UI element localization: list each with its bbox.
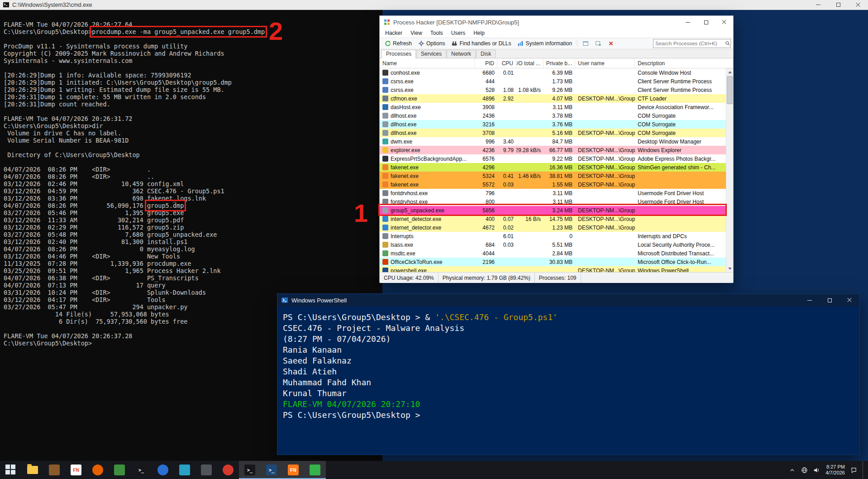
new-window-button[interactable] — [592, 39, 604, 48]
process-list-scrollbar[interactable] — [726, 68, 733, 272]
desktop: C:\Windows\System32\cmd.exe FLARE-VM Tue… — [0, 0, 868, 479]
process-pid: 5324 — [475, 172, 497, 180]
process-row[interactable]: conhost.exe66800.016.39 MBConsole Window… — [380, 68, 726, 77]
taskbar-powershell-running[interactable] — [261, 461, 282, 479]
process-row[interactable]: dwm.exe9963.4084.7 MBDesktop Window Mana… — [380, 137, 726, 146]
process-icon — [382, 173, 388, 179]
process-row[interactable]: explorer.exe42369.7929.28 kB/s66.77 MBDE… — [380, 146, 726, 154]
process-row[interactable]: msdtc.exe40442.84 MBMicrosoft Distribute… — [380, 249, 726, 258]
scroll-down-arrow-icon[interactable] — [726, 265, 733, 272]
process-icon — [382, 242, 388, 248]
process-row[interactable]: dllhost.exe37085.16 MBDESKTOP-NM...\Grou… — [380, 129, 726, 137]
ph-tab-disk[interactable]: Disk — [476, 50, 496, 58]
hidden-icons-chevron-icon[interactable] — [789, 467, 796, 474]
process-row[interactable]: csrss.exe4441.73 MBClient Server Runtime… — [380, 77, 726, 86]
ph-close-button[interactable] — [715, 16, 733, 29]
process-row[interactable]: lsass.exe6840.035.51 MBLocal Security Au… — [380, 240, 726, 249]
process-row[interactable]: fakenet.exe429616.36 MBDESKTOP-NM...\Gro… — [380, 163, 726, 172]
cmd-maximize-button[interactable] — [828, 0, 848, 10]
process-cpu — [497, 163, 516, 172]
process-row[interactable]: ExpressPrtScBackgroundApp...65769.22 MBD… — [380, 154, 726, 163]
ph-menu-tools[interactable]: Tools — [427, 29, 447, 37]
ph-tab-processes[interactable]: Processes — [382, 50, 416, 58]
ph-column-header-cpu[interactable]: CPU — [497, 58, 516, 68]
process-row[interactable]: csrss.exe5281.081.08 kB/s9.26 MBClient S… — [380, 86, 726, 94]
process-row[interactable]: OfficeClickToRun.exe219630.83 MBMicrosof… — [380, 258, 726, 266]
ph-column-header-i-o-total-[interactable]: I/O total ... — [516, 58, 544, 68]
process-row[interactable]: dasHost.exe39083.11 MBDevice Association… — [380, 103, 726, 111]
network-globe-icon[interactable] — [801, 467, 808, 474]
process-desc: Local Security Authority Proce... — [635, 240, 726, 249]
pinned-app-3-icon — [157, 465, 168, 475]
process-row[interactable]: fakenet.exe53240.411.46 kB/s38.81 MBDESK… — [380, 172, 726, 180]
ps-close-button[interactable] — [839, 294, 859, 307]
ph-menu-users[interactable]: Users — [448, 29, 469, 37]
ps-minimize-button[interactable] — [800, 294, 820, 307]
ph-menu-view[interactable]: View — [407, 29, 426, 37]
process-cpu — [497, 154, 516, 163]
ph-maximize-button[interactable] — [697, 16, 715, 29]
process-row[interactable]: powershell.exeDESKTOP-NM...\Group5Window… — [380, 266, 726, 272]
process-row[interactable]: ctfmon.exe48962.924.07 MBDESKTOP-NM...\G… — [380, 94, 726, 103]
process-name: fakenet.exe — [380, 163, 475, 172]
chart-icon — [517, 40, 524, 47]
ph-minimize-button[interactable] — [679, 16, 697, 29]
cmd-icon — [3, 1, 10, 8]
ph-column-header-description[interactable]: Description — [635, 58, 733, 68]
cmd-close-button[interactable] — [848, 0, 868, 10]
process-row[interactable]: Interrupts6.010Interrupts and DPCs — [380, 232, 726, 240]
process-desc: Microsoft Distributed Transact... — [635, 249, 726, 258]
taskbar-process-hacker-running[interactable] — [304, 461, 326, 479]
taskbar-fakenet-running[interactable]: FN — [282, 461, 304, 479]
process-search-input[interactable] — [655, 41, 725, 46]
process-row[interactable]: fakenet.exe55720.031.55 MBDESKTOP-NM...\… — [380, 180, 726, 189]
taskbar-start-button[interactable] — [0, 461, 22, 479]
powershell-output[interactable]: PS C:\Users\Group5\Desktop > & '.\CSEC.4… — [277, 307, 859, 426]
taskbar-cmd-shortcut[interactable] — [130, 461, 152, 479]
cmd-minimize-button[interactable] — [808, 0, 828, 10]
taskbar-pinned-app-3[interactable] — [152, 461, 174, 479]
taskbar-pinned-app-5[interactable] — [196, 461, 217, 479]
process-user — [575, 240, 635, 249]
action-center-icon[interactable] — [850, 467, 857, 474]
taskbar-clock[interactable]: 8:27 PM 4/7/2026 — [825, 464, 845, 476]
process-io — [516, 266, 544, 272]
taskbar-firefox[interactable] — [87, 461, 109, 479]
process-row[interactable]: dllhost.exe24363.78 MBCOM Surrogate — [380, 111, 726, 120]
process-row[interactable]: internet_detector.exe46720.021.23 MBDESK… — [380, 223, 726, 232]
process-priv: 84.7 MB — [544, 137, 575, 146]
taskbar-cmd-running[interactable] — [239, 461, 261, 479]
process-user — [575, 232, 635, 240]
find-handles-button[interactable]: Find handles or DLLs — [448, 39, 514, 48]
process-icon — [382, 164, 388, 170]
taskbar-pinned-app-2[interactable] — [109, 461, 130, 479]
scrollbar-thumb[interactable] — [727, 76, 733, 104]
ps-maximize-button[interactable] — [820, 294, 839, 307]
ph-menu-help[interactable]: Help — [470, 29, 488, 37]
system-information-button[interactable]: System information — [515, 39, 575, 48]
process-icon — [382, 268, 388, 272]
ph-menu-hacker[interactable]: Hacker — [382, 29, 406, 37]
ph-column-header-user-name[interactable]: User name — [575, 58, 635, 68]
ph-column-header-name[interactable]: Name — [380, 58, 475, 68]
ph-tab-network[interactable]: Network — [447, 50, 476, 58]
process-row[interactable]: dllhost.exe32163.76 MBCOM Surrogate — [380, 120, 726, 129]
ph-column-header-pid[interactable]: PID — [475, 58, 497, 68]
refresh-button[interactable]: Refresh — [382, 39, 415, 48]
options-button[interactable]: Options — [415, 39, 448, 48]
ph-tab-services[interactable]: Services — [416, 50, 446, 58]
speaker-icon[interactable] — [813, 467, 820, 474]
taskbar-pinned-app-1[interactable] — [43, 461, 65, 479]
scroll-up-arrow-icon[interactable] — [726, 68, 733, 76]
taskbar-pinned-app-6[interactable] — [217, 461, 239, 479]
show-desktop-button[interactable] — [863, 461, 865, 479]
taskbar-pinned-app-4[interactable] — [174, 461, 196, 479]
ph-column-header-private-b-[interactable]: Private b... — [544, 58, 575, 68]
minimize-icon — [816, 5, 820, 5]
window-panel-button[interactable] — [580, 39, 591, 48]
process-io — [516, 111, 544, 120]
close-panel-button[interactable] — [605, 39, 617, 48]
taskbar-fakenet-shortcut[interactable]: FN — [65, 461, 87, 479]
taskbar-file-explorer[interactable] — [22, 461, 43, 479]
process-row[interactable]: fontdrvhost.exe7963.11 MBUsermode Font D… — [380, 189, 726, 197]
